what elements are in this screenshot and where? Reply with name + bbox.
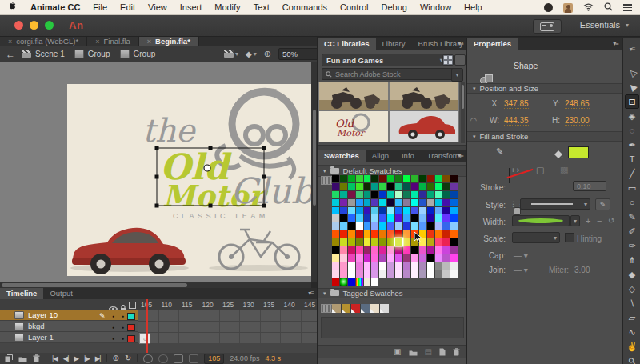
- bone-tool-icon[interactable]: ⋔: [625, 253, 639, 267]
- swatch[interactable]: [411, 254, 418, 262]
- swatch[interactable]: [442, 183, 450, 190]
- swatch[interactable]: [403, 207, 410, 214]
- swatch[interactable]: [403, 175, 410, 182]
- swatch[interactable]: [364, 199, 371, 206]
- swatch[interactable]: [356, 207, 363, 214]
- swatch[interactable]: [371, 199, 378, 206]
- lasso-tool-icon[interactable]: ◌: [625, 123, 639, 138]
- menu-item-edit[interactable]: Edit: [120, 2, 135, 12]
- swatch[interactable]: [387, 246, 394, 254]
- swatch[interactable]: [411, 175, 418, 182]
- swatch[interactable]: [442, 262, 450, 270]
- frame-rate-value[interactable]: 24.00 fps: [230, 354, 259, 362]
- swatch[interactable]: [379, 246, 386, 254]
- swatch[interactable]: [371, 278, 378, 286]
- swatch[interactable]: [332, 254, 339, 262]
- swatch[interactable]: [450, 262, 458, 270]
- swatch[interactable]: [356, 270, 363, 278]
- swatch[interactable]: [332, 262, 339, 270]
- rectangle-tool-icon[interactable]: ▭: [625, 181, 639, 195]
- lock-layer-dot[interactable]: ●: [122, 336, 124, 341]
- swatch[interactable]: [364, 246, 371, 254]
- layer-outline-color-chip[interactable]: [127, 324, 135, 331]
- step-back-button[interactable]: ◀|: [63, 355, 69, 362]
- library-item-motor-club-logo[interactable]: OldMotor: [319, 111, 388, 142]
- stroke-style-select[interactable]: ▾: [520, 198, 590, 210]
- swatch[interactable]: [450, 270, 458, 278]
- swatch[interactable]: [411, 191, 418, 198]
- fill-bucket-icon[interactable]: [554, 147, 563, 162]
- frame-ruler[interactable]: 105110115120125130135140145: [138, 299, 317, 310]
- ink-bottle-tool-icon[interactable]: ◇: [625, 282, 639, 296]
- stage-pasteboard[interactable]: the Old Motor Club CLASSIC TEAM: [0, 62, 317, 282]
- swatch[interactable]: [411, 207, 418, 214]
- add-width-profile-icon[interactable]: +: [586, 216, 590, 226]
- swatch[interactable]: [419, 199, 426, 206]
- swatch[interactable]: [356, 246, 363, 254]
- list-view-button[interactable]: [454, 54, 466, 66]
- width-tool-icon[interactable]: ∿: [625, 325, 639, 339]
- onion-skin-outlines-button[interactable]: [158, 354, 168, 363]
- stage-horizontal-scrollbar[interactable]: [0, 282, 311, 288]
- swatch[interactable]: [340, 254, 347, 262]
- swatch[interactable]: [403, 246, 410, 254]
- swatch[interactable]: [348, 238, 355, 246]
- swatch[interactable]: [411, 246, 418, 254]
- swatch[interactable]: [348, 270, 355, 278]
- center-stage-button[interactable]: ⊕: [264, 49, 271, 59]
- swatch[interactable]: [411, 214, 418, 222]
- swatch[interactable]: [450, 230, 458, 238]
- swatch[interactable]: [364, 214, 371, 222]
- swatch[interactable]: [387, 254, 394, 262]
- swatch[interactable]: [348, 191, 355, 198]
- tagged-swatch[interactable]: [342, 304, 350, 313]
- swatch[interactable]: [395, 199, 402, 206]
- swatch[interactable]: [364, 278, 371, 286]
- swatch[interactable]: [387, 191, 394, 198]
- swatch[interactable]: [395, 230, 402, 238]
- swatch[interactable]: [332, 183, 339, 190]
- swatch[interactable]: [371, 238, 378, 246]
- swatch[interactable]: [356, 214, 363, 222]
- swatch[interactable]: [419, 191, 426, 198]
- swatch[interactable]: [371, 270, 378, 278]
- menu-item-text[interactable]: Text: [254, 2, 270, 12]
- library-select[interactable]: Fun and Games ▾: [322, 54, 448, 66]
- x-value[interactable]: 347.85: [504, 99, 529, 109]
- lock-layer-dot[interactable]: ●: [122, 314, 124, 318]
- paint-brush-tool-icon[interactable]: ✐: [625, 224, 639, 238]
- swatches-tab-align[interactable]: Align: [366, 150, 395, 162]
- swatch[interactable]: [427, 230, 434, 238]
- lock-layer-dot[interactable]: ●: [122, 325, 124, 330]
- swatch[interactable]: [403, 214, 410, 222]
- swatches-tab-swatches[interactable]: Swatches: [318, 150, 366, 162]
- swatch[interactable]: [364, 222, 371, 230]
- layer-row-bkgd[interactable]: bkgd●●: [0, 321, 138, 332]
- swatch[interactable]: [348, 262, 355, 270]
- timeline-tab-timeline[interactable]: Timeline: [0, 288, 43, 299]
- new-layer-button[interactable]: [5, 351, 13, 364]
- play-button[interactable]: ▶: [74, 355, 79, 362]
- swatch[interactable]: [450, 246, 458, 254]
- properties-tab-properties[interactable]: Properties: [467, 38, 518, 50]
- paint-bucket-tool-icon[interactable]: ◆: [625, 267, 639, 282]
- swatch[interactable]: [450, 238, 458, 246]
- logo-tagline[interactable]: CLASSIC TEAM: [173, 212, 269, 220]
- stroke-value-field[interactable]: 0.10: [573, 181, 606, 191]
- menu-item-view[interactable]: View: [148, 2, 167, 12]
- collapse-triangle-icon[interactable]: ▾: [323, 290, 326, 297]
- edit-scene-button[interactable]: ▾: [224, 50, 238, 58]
- swatch[interactable]: [403, 238, 410, 246]
- panel-menu-icon[interactable]: ▾≡: [613, 40, 618, 47]
- menu-item-modify[interactable]: Modify: [214, 2, 240, 12]
- swatch[interactable]: [427, 238, 434, 246]
- swatch[interactable]: [348, 175, 355, 182]
- library-scrollbar[interactable]: [461, 82, 465, 143]
- back-arrow-icon[interactable]: ←: [6, 50, 15, 59]
- cap-select[interactable]: — ▾: [514, 251, 528, 260]
- swatch[interactable]: [379, 238, 386, 246]
- timeline-tab-output[interactable]: Output: [43, 288, 79, 299]
- swatch[interactable]: [340, 230, 347, 238]
- swatch[interactable]: [427, 175, 434, 182]
- swatch[interactable]: [348, 230, 355, 238]
